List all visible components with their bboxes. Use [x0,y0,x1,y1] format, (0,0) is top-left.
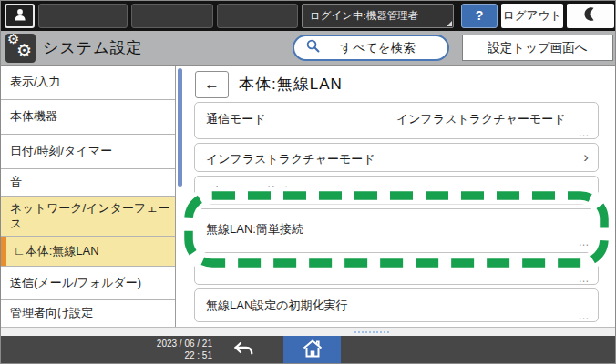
setting-row-wireless-lan-init[interactable]: 無線LAN設定の初期化実行 … [194,288,599,322]
home-button[interactable] [283,336,341,364]
sidebar-item-date-time-timer[interactable]: 日付/時刻/タイマー [1,135,175,169]
setting-label: 無線LAN設定の初期化実行 [206,298,348,314]
back-button[interactable]: ← [195,71,229,98]
back-arrow-icon [231,340,255,360]
header-app-slot-2 [131,4,213,28]
system-top-bar: ログイン中:機器管理者 ? ログアウト [1,1,616,31]
setting-row-wireless-lan-easy-connection[interactable]: 無線LAN:簡単接続 … [194,208,599,248]
sidebar-item-label: ∟本体:無線LAN [10,244,99,258]
help-icon: ? [476,8,484,23]
login-user-button[interactable] [5,4,35,28]
gear-icon: ⚙ [16,40,32,61]
page-title: システム設定 [43,37,143,58]
setting-row-infrastructure-mode[interactable]: インフラストラクチャーモード › [194,143,599,172]
setting-row-covered[interactable]: … [194,252,599,285]
printer-settings-screen: ログイン中:機器管理者 ? ログアウト ⚙ ⚙ システム設定 すべてを検索 設定… [0,0,616,364]
settings-top-screen-button[interactable]: 設定トップ画面へ [462,35,613,61]
sidebar-item-machine-wireless-lan[interactable]: ∟本体:無線LAN [1,237,175,267]
content-area: 表示/入力 本体機器 日付/時刻/タイマー 音 ネットワーク/インターフェース … [1,66,616,327]
expand-corner-icon [447,21,452,26]
login-status-text: ログイン中:機器管理者 [310,10,418,21]
footer-nav-bar: 2023 / 06 / 21 22 : 51 [1,336,616,364]
sidebar-item-label: 音 [10,175,22,189]
setting-value: インフラストラクチャーモード [396,111,566,127]
system-settings-icon: ⚙ ⚙ [5,34,36,63]
sidebar-item-machine[interactable]: 本体機器 [1,100,175,135]
ellipsis-icon: … [579,236,591,248]
ellipsis-icon: … [579,309,591,322]
sidebar-item-send-mail-folder[interactable]: 送信(メール/フォルダー) [1,267,175,300]
panel-title: 本体:無線LAN [239,74,343,95]
settings-category-sidebar: 表示/入力 本体機器 日付/時刻/タイマー 音 ネットワーク/インターフェース … [1,66,176,327]
ellipsis-icon: … [579,126,591,139]
setting-row-communication-mode[interactable]: 通信モード インフラストラクチャーモード … [194,102,599,139]
sidebar-item-display-input[interactable]: 表示/入力 [1,66,175,100]
bottom-strip [1,327,616,336]
chevron-right-icon: › [583,148,589,167]
moon-icon [583,6,599,25]
header-app-slot-1 [38,4,128,28]
sidebar-item-sound[interactable]: 音 [1,169,175,197]
logout-button[interactable]: ログアウト [501,4,563,28]
home-icon [302,339,323,362]
search-label: すべてを検索 [321,40,447,56]
sidebar-item-label: 本体機器 [10,109,57,124]
sidebar-item-label: 日付/時刻/タイマー [10,144,112,158]
energy-saver-button[interactable] [567,4,614,28]
sidebar-item-label: 管理者向け設定 [10,306,93,320]
wireless-lan-settings-panel: ← 本体:無線LAN 通信モード インフラストラクチャーモード … インフラスト… [177,66,616,327]
setting-label: インフラストラクチャーモード [206,151,375,167]
setting-label: 無線LAN:簡単接続 [206,221,303,238]
time-text: 22 : 51 [108,350,212,362]
user-icon [13,7,27,25]
cell-divider [385,106,385,132]
search-all-button[interactable]: すべてを検索 [293,35,449,61]
login-status-box[interactable]: ログイン中:機器管理者 [302,4,454,28]
back-nav-button[interactable] [218,336,269,364]
app-header-bar: ⚙ ⚙ システム設定 すべてを検索 設定トップ画面へ [1,31,616,66]
sidebar-item-label: 送信(メール/フォルダー) [10,276,141,290]
header-app-slot-3 [217,4,298,28]
setting-label: ダイレクト接続モード [206,184,326,200]
date-text: 2023 / 06 / 21 [108,339,212,350]
sidebar-item-network-interface[interactable]: ネットワーク/インターフェース [1,197,175,237]
setting-label: 通信モード [206,111,266,127]
sidebar-item-label: ネットワーク/インターフェース [10,201,175,231]
ellipsis-icon: … [579,272,591,285]
sidebar-item-label: 表示/入力 [10,75,61,89]
search-icon [305,38,321,57]
horizontal-scrollbar[interactable] [354,331,389,333]
sidebar-item-administrator-settings[interactable]: 管理者向け設定 [1,300,175,326]
help-button[interactable]: ? [461,4,498,28]
date-time-display: 2023 / 06 / 21 22 : 51 [108,339,212,361]
setting-row-direct-connection-mode[interactable]: ダイレクト接続モード › [194,176,599,205]
chevron-right-icon: › [583,181,589,199]
